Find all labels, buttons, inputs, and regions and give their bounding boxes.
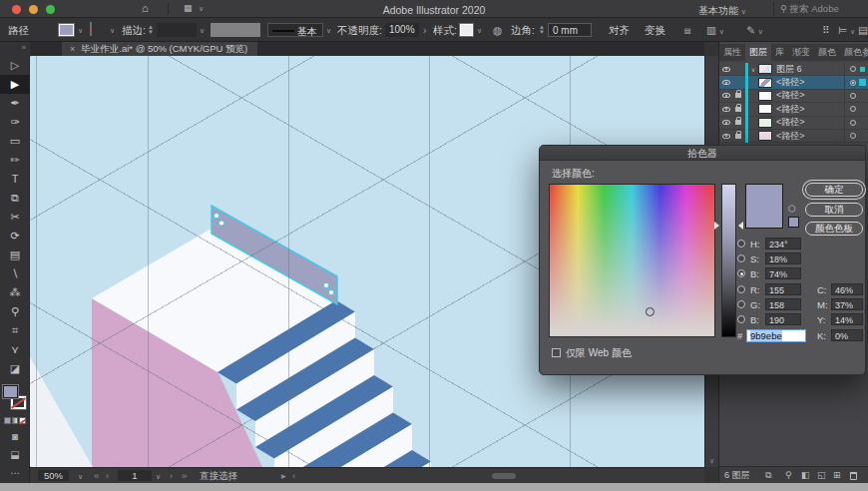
hue-radio[interactable] (737, 240, 745, 247)
width-tool[interactable]: ⋎ (0, 340, 30, 359)
layer-name[interactable]: <路径> (776, 76, 805, 89)
layer-name[interactable]: 图层 6 (776, 63, 802, 76)
none-mini-icon[interactable] (19, 417, 26, 424)
layer-thumbnail[interactable] (758, 118, 772, 128)
visibility-eye-icon[interactable] (722, 93, 730, 98)
blue-radio[interactable] (737, 315, 745, 323)
brush-chevron-icon[interactable]: ∨ (326, 27, 331, 35)
last-artboard-icon[interactable]: » (182, 470, 187, 481)
fill-chevron-icon[interactable]: ∨ (78, 27, 83, 35)
lock-icon[interactable] (735, 107, 741, 112)
align-button[interactable]: 对齐 (609, 24, 630, 38)
layer-row[interactable]: ∨图层 6 (719, 63, 868, 76)
target-circle-icon[interactable] (850, 106, 856, 112)
layer-thumbnail[interactable] (758, 64, 772, 74)
opacity-input[interactable]: 100% (385, 23, 419, 37)
tab-color[interactable]: 颜色 (814, 43, 840, 62)
hex-input[interactable]: 9b9ebe (746, 329, 806, 342)
slider-handle-left-icon[interactable] (714, 222, 719, 230)
horizontal-scrollbar-thumb[interactable] (492, 473, 516, 479)
fill-stroke-control[interactable] (3, 385, 27, 411)
type-tool[interactable]: T (0, 170, 30, 189)
gradient-mini-icon[interactable] (12, 417, 19, 424)
gradient-tool[interactable]: ▤ (0, 246, 30, 264)
artboard-tool[interactable]: ⌗ (0, 321, 30, 340)
pen-tool[interactable]: ✒ (0, 94, 30, 113)
fill-color-swatch[interactable] (58, 23, 75, 37)
color-spectrum-field[interactable] (549, 184, 715, 337)
stroke-weight-stepper[interactable]: ▲▼ (148, 25, 154, 35)
layer-name[interactable]: <路径> (776, 89, 805, 102)
target-circle-icon[interactable] (850, 120, 856, 126)
opacity-panel-chevron-icon[interactable]: › (423, 24, 427, 36)
eyedropper-tool[interactable]: ∖ (0, 264, 30, 283)
black-input[interactable]: 0% (831, 329, 863, 341)
target-circle-icon[interactable] (850, 80, 856, 86)
yellow-input[interactable]: 14% (831, 313, 863, 325)
tab-color-guide[interactable]: 颜色参 (840, 43, 868, 62)
cancel-button[interactable]: 取消 (805, 203, 863, 217)
locate-object-icon[interactable]: ⚲ (785, 467, 792, 484)
target-circle-icon[interactable] (850, 133, 856, 139)
magenta-input[interactable]: 37% (831, 298, 863, 310)
tab-layers[interactable]: 图层 (745, 43, 771, 62)
selection-indicator[interactable] (860, 67, 865, 72)
visibility-eye-icon[interactable] (722, 67, 730, 72)
dialog-title[interactable]: 拾色器 (540, 146, 865, 161)
visibility-eye-icon[interactable] (722, 80, 730, 85)
status-back-icon[interactable]: ‹ (292, 470, 295, 481)
lock-icon[interactable] (735, 134, 741, 139)
shape-builder-tool[interactable]: ◪ (0, 359, 30, 378)
layer-row[interactable]: <路径> (719, 90, 868, 103)
next-artboard-icon[interactable]: › (170, 470, 173, 481)
layer-row[interactable]: <路径> (719, 76, 868, 89)
tab-properties[interactable]: 属性 (719, 43, 745, 62)
brightness-input[interactable]: 74% (765, 267, 801, 279)
brightness-radio[interactable] (737, 269, 745, 277)
corner-stepper[interactable]: ▲▼ (539, 25, 545, 35)
layer-thumbnail[interactable] (758, 131, 772, 141)
red-radio[interactable] (737, 285, 745, 293)
transform-button[interactable]: 变换 (645, 24, 665, 38)
color-mini-icon[interactable] (4, 417, 11, 424)
red-input[interactable]: 155 (765, 283, 801, 295)
blue-input[interactable]: 190 (765, 313, 801, 325)
edit-toolbar-icon[interactable]: … (0, 465, 30, 476)
free-transform-tool[interactable]: ⧉ (0, 189, 30, 208)
symbol-sprayer-tool[interactable]: ⁂ (0, 283, 30, 302)
select-similar-icon[interactable]: ▥ ∨ (706, 24, 724, 36)
layer-name[interactable]: <路径> (776, 130, 805, 143)
curvature-tool[interactable]: ✑ (0, 113, 30, 132)
visibility-eye-icon[interactable] (722, 134, 730, 139)
layer-name[interactable]: <路径> (776, 103, 805, 116)
layer-thumbnail[interactable] (758, 78, 772, 88)
brush-definition-select[interactable]: 基本 (267, 23, 323, 37)
corner-input[interactable]: 0 mm (548, 23, 592, 37)
status-options-icon[interactable]: ▸ (281, 470, 286, 481)
tab-libraries[interactable]: 库 (771, 43, 788, 62)
scissors-tool[interactable]: ✂ (0, 208, 30, 227)
tab-gradient[interactable]: 渐变 (788, 43, 814, 62)
toolbar-collapse-icon[interactable]: » (0, 42, 30, 56)
direct-selection-tool[interactable]: ▶ (0, 75, 30, 94)
layer-row[interactable]: <路径> (719, 130, 868, 143)
ok-button[interactable]: 确定 (805, 183, 863, 197)
prev-artboard-icon[interactable]: ‹ (106, 470, 109, 481)
width-profile-select[interactable] (211, 23, 260, 37)
target-circle-icon[interactable] (850, 93, 856, 99)
draw-mode-icon[interactable]: ◙ (0, 431, 30, 442)
style-chevron-icon[interactable]: ∨ (477, 27, 482, 35)
layer-row[interactable]: <路径> (719, 103, 868, 116)
checkbox-box[interactable] (552, 348, 561, 357)
lock-icon[interactable] (735, 93, 741, 98)
collect-for-export-icon[interactable]: ⧉ (765, 467, 771, 484)
pen-options-icon[interactable]: ✎ ∨ (746, 24, 763, 36)
artboard-chevron-icon[interactable]: ∨ (156, 473, 161, 481)
visibility-eye-icon[interactable] (722, 107, 730, 112)
recolor-artwork-icon[interactable]: ◍ (493, 24, 502, 36)
layer-name[interactable]: <路径> (776, 116, 805, 129)
hue-input[interactable]: 234° (765, 238, 801, 249)
expand-chevron-icon[interactable]: ∨ (748, 66, 758, 73)
paintbrush-tool[interactable]: ✏ (0, 151, 30, 170)
rotate-tool[interactable]: ⟳ (0, 227, 30, 246)
